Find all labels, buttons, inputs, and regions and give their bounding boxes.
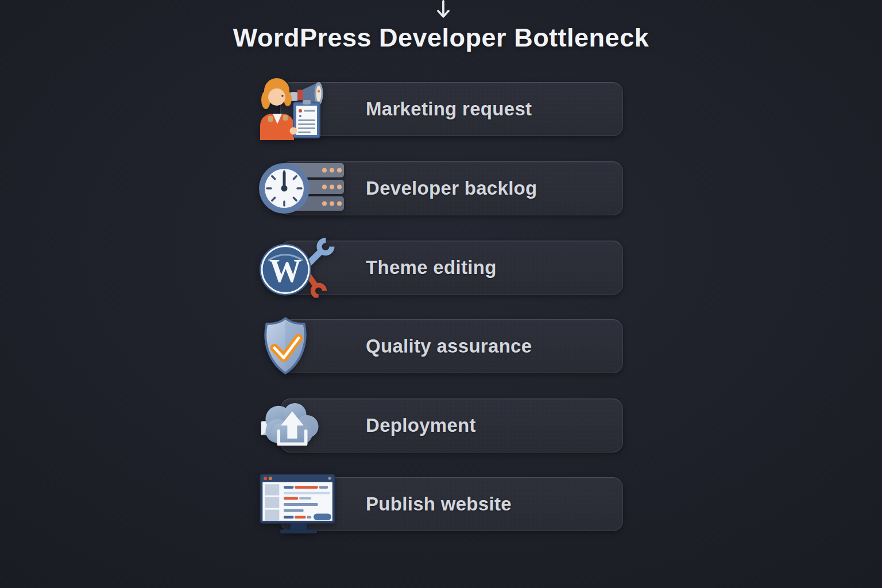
step-label: Quality assurance [366,320,532,373]
infographic-canvas: WordPress Developer Bottleneck [0,0,882,588]
clock-server-icon [259,161,345,216]
step-deployment: Deployment [280,399,623,452]
down-arrow-icon [436,0,451,20]
shield-check-icon [259,316,312,377]
step-label: Marketing request [366,83,532,136]
wordpress-wrench-icon: W [259,238,342,298]
step-theme-editing: W Theme editing [280,241,623,295]
step-marketing-request: Marketing request [280,82,623,136]
step-developer-backlog: Developer backlog [280,161,623,215]
person-megaphone-icon [259,78,345,140]
step-quality-assurance: Quality assurance [280,319,623,373]
step-label: Publish website [366,478,512,531]
browser-window-icon [259,473,338,535]
svg-text:W: W [269,253,301,289]
step-label: Theme editing [366,241,497,294]
cloud-upload-icon [259,400,323,451]
step-publish-website: Publish website [280,477,623,531]
flowchart: Marketing request [280,0,622,588]
step-label: Deployment [366,399,476,452]
step-label: Developer backlog [366,162,537,215]
